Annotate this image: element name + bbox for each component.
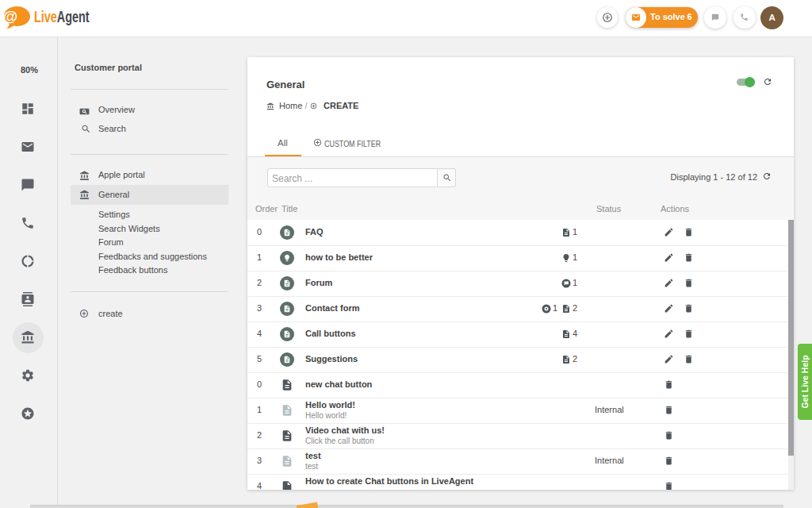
svg-text:@: @: [3, 8, 18, 25]
